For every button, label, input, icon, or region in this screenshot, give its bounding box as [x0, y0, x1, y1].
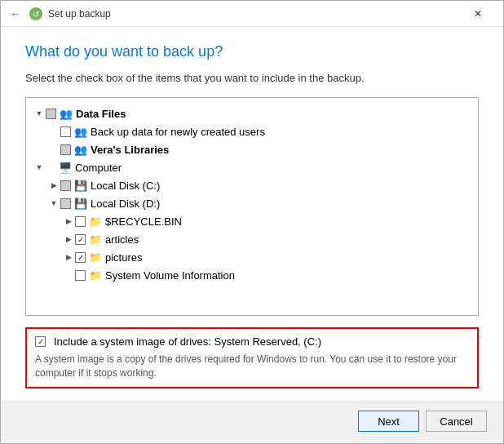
checkbox-system-image[interactable] [35, 336, 46, 347]
system-image-label: Include a system image of drives: System… [54, 335, 321, 348]
chevron-articles[interactable]: ▶ [62, 233, 75, 246]
tree-item-local-c[interactable]: ▶ 💾 Local Disk (C:) [29, 176, 475, 194]
chevron-data-files[interactable]: ▼ [33, 107, 46, 120]
drive-icon-local-c: 💾 [74, 179, 87, 192]
tree-item-data-files[interactable]: ▼ 👥 Data Files [29, 104, 475, 122]
tree-item-pictures[interactable]: ▶ 📁 pictures [29, 248, 475, 266]
folder-icon-system-vol: 📁 [89, 269, 102, 282]
tree-item-new-users[interactable]: 👥 Back up data for newly created users [29, 122, 475, 140]
folder-icon-pictures: 📁 [89, 251, 102, 264]
checkbox-articles[interactable] [75, 234, 86, 245]
checkbox-new-users[interactable] [60, 127, 71, 137]
tree-item-recycle[interactable]: ▶ 📁 $RECYCLE.BIN [29, 212, 475, 230]
chevron-local-d[interactable]: ▼ [47, 197, 60, 210]
system-image-section: Include a system image of drives: System… [25, 327, 479, 388]
users-icon-vera: 👥 [74, 143, 87, 156]
chevron-local-c[interactable]: ▶ [47, 179, 60, 192]
folder-icon-computer: 🖥️ [59, 161, 72, 174]
label-local-c: Local Disk (C:) [91, 180, 160, 192]
back-button[interactable]: ← [7, 6, 24, 22]
checkbox-local-d[interactable] [60, 198, 71, 209]
label-computer: Computer [75, 162, 122, 174]
title-bar: ← ↺ Set up backup ✕ [1, 1, 503, 27]
system-image-row: Include a system image of drives: System… [35, 335, 469, 348]
tree-item-computer[interactable]: ▼ 🖥️ Computer [29, 158, 475, 176]
tree-item-articles[interactable]: ▶ 📁 articles [29, 230, 475, 248]
label-articles: articles [105, 233, 139, 246]
chevron-recycle[interactable]: ▶ [62, 215, 75, 228]
checkbox-system-vol[interactable] [75, 270, 86, 281]
checkbox-data-files[interactable] [46, 109, 56, 119]
label-recycle: $RECYCLE.BIN [105, 215, 182, 228]
checkbox-recycle[interactable] [75, 216, 86, 227]
tree-item-vera-libraries[interactable]: 👥 Vera's Libraries [29, 140, 475, 158]
label-system-vol: System Volume Information [105, 269, 235, 282]
main-window: ← ↺ Set up backup ✕ What do you want to … [0, 0, 504, 444]
users-icon-new-users: 👥 [74, 125, 87, 138]
checkbox-pictures[interactable] [75, 252, 86, 263]
next-button[interactable]: Next [358, 411, 419, 432]
drive-icon-local-d: 💾 [74, 197, 87, 210]
chevron-pictures[interactable]: ▶ [62, 251, 75, 264]
checkbox-vera-libraries[interactable] [60, 144, 71, 155]
chevron-computer[interactable]: ▼ [33, 161, 46, 174]
window-title: Set up backup [48, 8, 111, 20]
label-data-files: Data Files [76, 108, 126, 120]
label-vera-libraries: Vera's Libraries [91, 144, 169, 156]
system-image-description: A system image is a copy of the drives r… [35, 353, 469, 380]
tree-item-system-vol[interactable]: 📁 System Volume Information [29, 266, 475, 284]
backup-icon: ↺ [29, 7, 43, 21]
svg-text:↺: ↺ [33, 10, 39, 19]
footer: Next Cancel [1, 402, 503, 443]
close-button[interactable]: ✕ [459, 1, 497, 27]
label-new-users: Back up data for newly created users [91, 126, 265, 138]
page-title: What do you want to back up? [25, 43, 479, 60]
subtitle: Select the check box of the items that y… [25, 72, 479, 84]
folder-icon-recycle: 📁 [89, 215, 102, 228]
folder-icon-articles: 📁 [89, 233, 102, 246]
checkbox-local-c[interactable] [60, 180, 71, 191]
tree-item-local-d[interactable]: ▼ 💾 Local Disk (D:) [29, 194, 475, 212]
label-local-d: Local Disk (D:) [91, 198, 160, 210]
backup-tree[interactable]: ▼ 👥 Data Files 👥 Back up data for newly … [25, 97, 479, 316]
content-area: What do you want to back up? Select the … [1, 27, 503, 402]
label-pictures: pictures [105, 251, 143, 264]
cancel-button[interactable]: Cancel [426, 411, 487, 432]
users-icon-data-files: 👥 [60, 107, 73, 120]
title-bar-left: ← ↺ Set up backup [7, 6, 459, 22]
